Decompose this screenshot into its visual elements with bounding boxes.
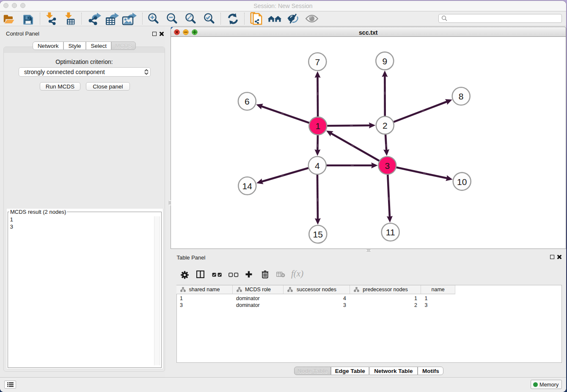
svg-text:7: 7 [315, 57, 320, 67]
svg-text:6: 6 [245, 97, 250, 106]
svg-text:11: 11 [386, 227, 395, 237]
svg-text:3: 3 [385, 161, 390, 171]
svg-text:9: 9 [382, 56, 387, 66]
svg-text:2: 2 [383, 121, 388, 130]
svg-text:14: 14 [242, 181, 253, 191]
svg-text:1: 1 [315, 121, 320, 131]
svg-text:8: 8 [459, 91, 464, 101]
svg-text:15: 15 [313, 229, 323, 239]
svg-text:10: 10 [457, 177, 467, 187]
svg-text:4: 4 [315, 161, 320, 171]
